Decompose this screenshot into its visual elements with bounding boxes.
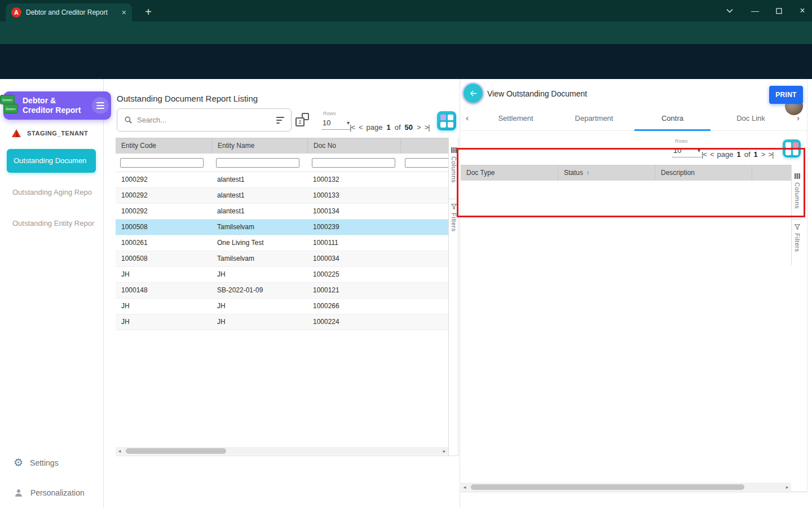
column-header-partial [400, 138, 448, 154]
cell-entity-code: 1000261 [116, 235, 211, 251]
cell-doc-no: 1000034 [307, 251, 400, 266]
cell-entity-name: Tamilselvam [211, 220, 307, 235]
column-header-description[interactable]: Description [655, 165, 752, 181]
detail-grid-view-button[interactable] [783, 139, 801, 157]
detail-columns-side-tool[interactable]: Columns [792, 173, 802, 209]
sidebar-item-outstanding-document[interactable]: Outstanding Documen [7, 149, 96, 173]
last-page-icon[interactable]: >| [768, 150, 773, 159]
new-tab-button[interactable]: + [141, 5, 156, 19]
page-label: page [367, 123, 383, 132]
next-page-icon[interactable]: > [761, 150, 765, 159]
last-page-icon[interactable]: >| [425, 123, 430, 132]
side-tool-divider [448, 199, 458, 199]
duplicate-pages-button[interactable]: 2 [295, 113, 309, 126]
scroll-left-icon[interactable]: ◂ [116, 447, 123, 455]
filter-input-entity-code[interactable] [120, 158, 204, 168]
cell-entity-name: JH [211, 314, 307, 330]
detail-horizontal-scrollbar[interactable]: ◂ ▸ [461, 483, 791, 491]
cell-entity-code: 1000508 [116, 251, 211, 266]
tab-settlement[interactable]: Settlement [476, 107, 555, 131]
table-row[interactable]: 1000148 SB-2022-01-09 1000121 [116, 283, 448, 299]
window-close-button[interactable]: × [794, 0, 811, 21]
detail-filters-side-tool[interactable]: Filters [792, 224, 802, 252]
columns-icon [794, 173, 801, 179]
sort-asc-icon[interactable]: ↑ [586, 169, 590, 176]
filter-input-doc-no[interactable] [312, 158, 395, 168]
filter-input-partial[interactable] [405, 158, 448, 168]
scrollbar-thumb[interactable] [126, 448, 226, 454]
grid-view-button[interactable] [437, 111, 456, 130]
table-row[interactable]: 1000508 Tamilselvam 1000034 [116, 251, 448, 267]
column-header-entity-code[interactable]: Entity Code [116, 138, 211, 154]
detail-table-header: Doc Type Status↑ Description [461, 165, 791, 181]
listing-horizontal-scrollbar[interactable]: ◂ ▸ [116, 447, 448, 455]
filter-list-icon[interactable] [276, 117, 284, 124]
print-button[interactable]: PRINT [769, 86, 803, 104]
prev-page-icon[interactable]: < [710, 150, 714, 159]
scrollbar-thumb[interactable] [471, 484, 744, 490]
detail-rows-per-page-select[interactable]: 10 ▾ [672, 144, 701, 157]
table-row[interactable]: JH JH 1000224 [116, 314, 448, 330]
first-page-icon[interactable]: |< [350, 123, 355, 132]
next-page-icon[interactable]: > [417, 123, 421, 132]
tab-close-icon[interactable]: × [122, 8, 126, 16]
table-row[interactable]: JH JH 1000225 [116, 267, 448, 283]
status-header-label: Status [564, 169, 583, 177]
table-row[interactable]: 1000292 alantest1 1000133 [116, 188, 448, 204]
cell-doc-no: 1000266 [307, 299, 400, 314]
cell-doc-no: 1000121 [307, 283, 400, 298]
rows-per-page-value: 10 [323, 119, 330, 127]
cell-entity-code: 1000292 [116, 188, 211, 203]
table-row-selected[interactable]: 1000508 Tamilselvam 1000239 [116, 220, 448, 235]
tenant-selector[interactable]: STAGING_TENANT [11, 129, 88, 138]
column-header-status[interactable]: Status↑ [558, 165, 655, 181]
tab-contra[interactable]: Contra [633, 107, 712, 131]
page-current: 1 [386, 123, 390, 132]
sidebar-item-settings[interactable]: ⚙ Settings [14, 457, 59, 468]
tab-doc-link[interactable]: Doc Link [712, 107, 790, 131]
cell-entity-code: 1000148 [116, 283, 211, 298]
tab-department[interactable]: Department [555, 107, 633, 131]
tabs-scroll-left-icon[interactable]: ‹ [466, 113, 469, 122]
filter-funnel-icon [794, 224, 801, 230]
scroll-right-icon[interactable]: ▸ [440, 447, 448, 455]
cell-doc-no: 1000239 [307, 220, 400, 235]
rows-per-page-label: Rows [323, 111, 336, 116]
table-row[interactable]: 1000292 alantest1 1000134 [116, 204, 448, 220]
column-header-doc-type[interactable]: Doc Type [461, 165, 558, 181]
window-minimize-button[interactable]: — [747, 0, 764, 21]
table-row[interactable]: 1000261 One Living Test 1000111 [116, 235, 448, 251]
listing-panel-bottom-border [116, 456, 458, 456]
columns-side-tool[interactable]: Columns [449, 147, 459, 183]
column-header-entity-name[interactable]: Entity Name [211, 138, 307, 154]
search-input[interactable] [137, 116, 272, 124]
sidebar-item-outstanding-aging-report[interactable]: Outstanding Aging Repo [12, 188, 102, 196]
scroll-right-icon[interactable]: ▸ [783, 483, 791, 491]
back-button[interactable] [464, 84, 483, 103]
sidebar-item-personalization[interactable]: Personalization [14, 488, 85, 498]
cell-entity-code: 1000292 [116, 204, 211, 219]
column-header-doc-no[interactable]: Doc No [307, 138, 400, 154]
filter-input-entity-name[interactable] [216, 158, 299, 168]
sidebar-item-outstanding-entity-report[interactable]: Outstanding Entity Repor [12, 219, 102, 227]
scroll-left-icon[interactable]: ◂ [461, 483, 469, 491]
cell-doc-no: 1000133 [307, 188, 400, 203]
columns-label: Columns [794, 182, 801, 209]
tab-title: Debtor and Creditor Report [26, 8, 117, 16]
window-maximize-button[interactable] [770, 0, 787, 21]
first-page-icon[interactable]: |< [701, 150, 707, 159]
detail-rows-per-page-label: Rows [675, 138, 688, 144]
table-row[interactable]: JH JH 1000266 [116, 299, 448, 314]
filters-side-tool[interactable]: Filters [449, 203, 459, 231]
browser-tab[interactable]: A Debtor and Creditor Report × [6, 3, 132, 21]
sidebar-app-title-button[interactable]: Debtor & Creditor Report [3, 91, 111, 120]
table-row[interactable]: 1000292 alantest1 1000132 [116, 172, 448, 188]
sidebar-collapse-menu-icon[interactable] [92, 97, 109, 114]
prev-page-icon[interactable]: < [359, 123, 363, 132]
rows-per-page-select[interactable]: 10 ▾ [321, 116, 351, 130]
tabs-scroll-right-icon[interactable]: › [797, 113, 800, 122]
tab-search-chevron-icon[interactable] [723, 0, 736, 21]
cell-doc-no: 1000132 [307, 172, 400, 187]
search-box[interactable] [117, 108, 292, 132]
debtors-badge-icon: Debtors [0, 95, 15, 104]
